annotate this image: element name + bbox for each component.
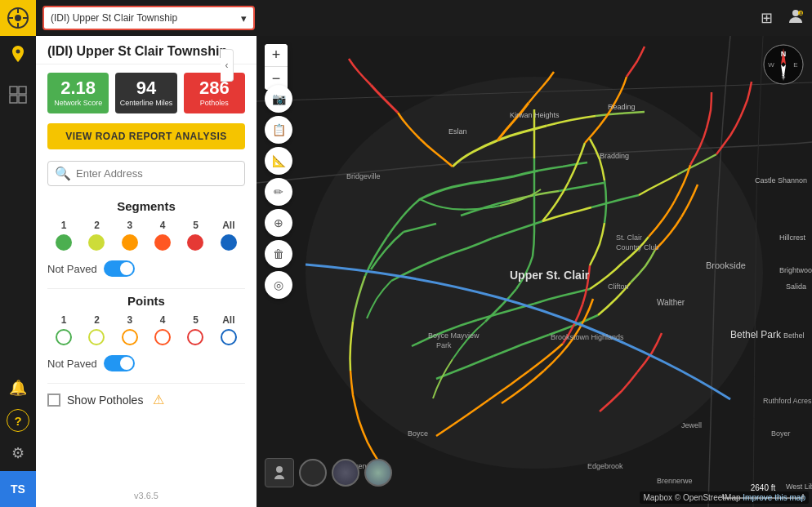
pt-dot-all[interactable] [221,329,237,345]
svg-text:Brookside: Brookside [706,260,746,270]
svg-rect-10 [19,96,26,103]
svg-point-6 [16,50,20,54]
segments-not-paved-label: Not Paved [47,263,97,275]
location-tool-button[interactable]: ◎ [265,271,292,299]
show-potholes-checkbox[interactable] [47,394,60,407]
township-dropdown[interactable]: (IDI) Upper St Clair Township ▾ [42,6,255,30]
svg-text:Boyer: Boyer [771,429,791,438]
svg-rect-8 [19,87,26,94]
potholes-label: Potholes [187,99,242,109]
svg-text:Castle Shannon: Castle Shannon [755,176,807,185]
svg-text:Boyce Mayview: Boyce Mayview [428,331,480,340]
address-input[interactable] [76,167,238,180]
address-search-bar[interactable]: 🔍 [47,161,245,186]
svg-text:Boyce: Boyce [408,429,428,438]
satellite-map-style[interactable] [332,459,359,487]
pt-dot-4[interactable] [154,329,171,345]
light-map-style[interactable] [364,459,392,487]
delete-tool-button[interactable]: 🗑 [265,240,292,268]
points-not-paved-label: Not Paved [47,358,97,370]
seg-dot-2[interactable] [88,234,105,251]
header-right-actions: ⊞ A [761,7,805,30]
pencil-tool-button[interactable]: ✏ [265,178,292,206]
seg-dot-4[interactable] [154,234,171,251]
seg-label-3: 3 [114,220,146,231]
svg-text:Brightwood: Brightwood [779,266,812,274]
svg-text:S: S [781,73,785,80]
svg-text:Walther: Walther [657,298,685,307]
view-report-button[interactable]: VIEW ROAD REPORT ANALYSIS [47,123,245,149]
location-pin-icon[interactable] [0,38,36,73]
svg-text:A: A [799,11,803,16]
points-toggle-knob [120,357,133,370]
road-network-svg: Upper St. Clair Walther Brookside Bethel… [257,36,812,507]
pt-label-2: 2 [80,314,113,326]
svg-text:Brookstown Highlands: Brookstown Highlands [551,333,624,341]
svg-text:Salida: Salida [786,282,806,291]
segments-not-paved-toggle[interactable] [104,260,135,277]
svg-text:Bethel: Bethel [783,331,805,340]
gear-icon[interactable]: ⚙ [0,435,36,471]
grid-map-icon[interactable] [0,77,36,113]
potholes-value: 286 [187,78,242,99]
svg-text:Park: Park [436,341,452,349]
map-bottom-controls [265,458,392,487]
centerline-miles-label: Centerline Miles [118,99,173,109]
version-label: v3.6.5 [36,484,257,507]
points-not-paved-toggle-row: Not Paved [36,354,257,383]
seg-dot-5[interactable] [187,234,203,251]
pt-label-1: 1 [47,314,80,326]
dark-map-style[interactable] [299,459,327,487]
pt-dot-5[interactable] [187,329,203,345]
svg-text:St. Clair: St. Clair [616,233,642,242]
improve-map-link[interactable]: Improve this map [743,493,805,502]
township-dropdown-text: (IDI) Upper St Clair Township [51,12,238,24]
pt-dot-2[interactable] [88,329,105,345]
svg-text:Reading: Reading [608,103,636,111]
seg-dot-all[interactable] [221,234,237,251]
user-account-icon[interactable]: A [786,7,805,30]
segments-labels-row: 1 2 3 4 5 All [36,220,257,231]
seg-label-4: 4 [146,220,179,231]
search-icon: 🔍 [55,166,71,181]
question-icon[interactable]: ? [7,409,29,432]
seg-label-1: 1 [47,220,80,231]
ruler-tool-button[interactable]: 📐 [265,147,292,175]
bell-icon[interactable]: 🔔 [0,370,36,406]
potholes-box: 286 Potholes [184,73,245,113]
show-potholes-row: Show Potholes ⚠ [36,384,257,416]
seg-dot-3[interactable] [122,234,138,251]
points-labels-row: 1 2 3 4 5 All [36,314,257,326]
network-score-box: 2.18 Network Score [47,73,109,113]
warning-icon: ⚠ [153,392,164,407]
svg-text:Eslan: Eslan [448,127,467,136]
top-header: (IDI) Upper St Clair Township ▾ ⊞ A [36,0,812,36]
map-area[interactable]: Upper St. Clair Walther Brookside Bethel… [257,36,812,507]
svg-text:Clifton: Clifton [608,282,629,291]
seg-label-5: 5 [179,220,212,231]
panel-title: (IDI) Upper St Clair Township [47,44,245,59]
svg-text:Edgebrook: Edgebrook [587,462,623,470]
svg-text:Hillcrest: Hillcrest [779,233,806,242]
pt-dot-1[interactable] [56,329,72,345]
segments-dots-row [36,234,257,251]
svg-text:Bradding: Bradding [600,152,629,160]
layers-tool-button[interactable]: ⊕ [265,209,292,237]
apps-grid-icon[interactable]: ⊞ [761,9,773,27]
svg-rect-9 [10,96,17,103]
points-not-paved-toggle[interactable] [104,355,135,371]
user-avatar[interactable]: TS [0,471,36,507]
seg-dot-1[interactable] [56,234,72,251]
camera-tool-button[interactable]: 📷 [265,85,292,113]
map-attribution: Mapbox © OpenStreetMap Improve this map [640,491,809,504]
report-tool-button[interactable]: 📋 [265,116,292,144]
seg-label-2: 2 [80,220,113,231]
pt-label-all: All [212,314,245,326]
pt-dot-3[interactable] [122,329,138,345]
panel-collapse-button[interactable]: ‹ [221,49,234,82]
logo-button[interactable] [0,0,36,36]
street-view-button[interactable] [265,458,294,487]
zoom-controls: + − [265,44,288,90]
map-tools: 📷 📋 📐 ✏ ⊕ 🗑 ◎ [265,85,292,299]
zoom-in-button[interactable]: + [265,44,288,67]
